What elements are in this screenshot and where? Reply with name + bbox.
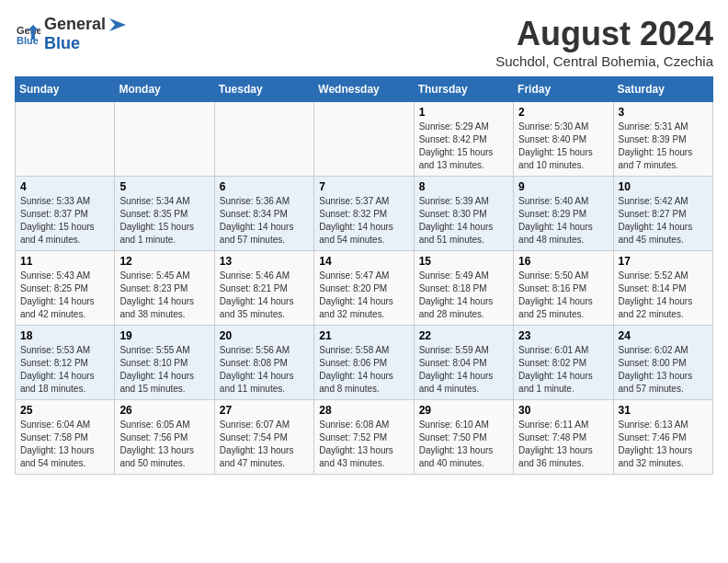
day-info: Sunrise: 6:11 AM Sunset: 7:48 PM Dayligh… bbox=[518, 419, 608, 470]
weekday-header-monday: Monday bbox=[115, 77, 214, 102]
calendar-cell: 15Sunrise: 5:49 AM Sunset: 8:18 PM Dayli… bbox=[414, 251, 513, 326]
calendar-cell: 29Sunrise: 6:10 AM Sunset: 7:50 PM Dayli… bbox=[414, 400, 513, 475]
logo-arrow-icon bbox=[108, 17, 128, 33]
day-info: Sunrise: 5:59 AM Sunset: 8:04 PM Dayligh… bbox=[419, 344, 508, 396]
calendar-cell: 3Sunrise: 5:31 AM Sunset: 8:39 PM Daylig… bbox=[613, 102, 712, 177]
day-number: 6 bbox=[220, 180, 309, 193]
weekday-header-friday: Friday bbox=[514, 77, 613, 102]
day-number: 20 bbox=[220, 329, 309, 342]
day-info: Sunrise: 5:53 AM Sunset: 8:12 PM Dayligh… bbox=[20, 344, 109, 396]
calendar-cell bbox=[115, 102, 214, 177]
day-info: Sunrise: 5:36 AM Sunset: 8:34 PM Dayligh… bbox=[220, 195, 309, 247]
day-number: 25 bbox=[20, 404, 109, 417]
day-number: 28 bbox=[319, 404, 408, 417]
week-row-1: 1Sunrise: 5:29 AM Sunset: 8:42 PM Daylig… bbox=[16, 102, 713, 177]
day-number: 23 bbox=[518, 329, 608, 342]
calendar-cell: 16Sunrise: 5:50 AM Sunset: 8:16 PM Dayli… bbox=[514, 251, 613, 326]
day-number: 4 bbox=[20, 180, 109, 193]
week-row-4: 18Sunrise: 5:53 AM Sunset: 8:12 PM Dayli… bbox=[16, 326, 713, 400]
calendar-cell: 11Sunrise: 5:43 AM Sunset: 8:25 PM Dayli… bbox=[16, 251, 115, 326]
calendar-cell: 10Sunrise: 5:42 AM Sunset: 8:27 PM Dayli… bbox=[613, 177, 712, 251]
day-number: 11 bbox=[20, 255, 109, 268]
day-number: 2 bbox=[518, 106, 608, 119]
weekday-header-tuesday: Tuesday bbox=[214, 77, 313, 102]
calendar-cell: 13Sunrise: 5:46 AM Sunset: 8:21 PM Dayli… bbox=[214, 251, 313, 326]
day-number: 18 bbox=[20, 329, 109, 342]
logo-icon: General Blue bbox=[15, 21, 40, 47]
calendar-cell bbox=[314, 102, 414, 177]
subtitle: Suchdol, Central Bohemia, Czechia bbox=[495, 53, 713, 69]
day-info: Sunrise: 5:31 AM Sunset: 8:39 PM Dayligh… bbox=[619, 121, 708, 172]
calendar-cell: 28Sunrise: 6:08 AM Sunset: 7:52 PM Dayli… bbox=[314, 400, 414, 475]
day-info: Sunrise: 5:39 AM Sunset: 8:30 PM Dayligh… bbox=[419, 195, 508, 247]
calendar-cell: 22Sunrise: 5:59 AM Sunset: 8:04 PM Dayli… bbox=[414, 326, 513, 400]
day-number: 21 bbox=[319, 329, 408, 342]
day-info: Sunrise: 5:34 AM Sunset: 8:35 PM Dayligh… bbox=[119, 195, 209, 247]
day-number: 29 bbox=[419, 404, 508, 417]
day-number: 12 bbox=[119, 255, 209, 268]
weekday-header-thursday: Thursday bbox=[414, 77, 513, 102]
calendar-cell: 25Sunrise: 6:04 AM Sunset: 7:58 PM Dayli… bbox=[16, 400, 115, 475]
day-info: Sunrise: 6:02 AM Sunset: 8:00 PM Dayligh… bbox=[619, 344, 708, 396]
calendar-cell: 19Sunrise: 5:55 AM Sunset: 8:10 PM Dayli… bbox=[115, 326, 214, 400]
calendar-cell: 12Sunrise: 5:45 AM Sunset: 8:23 PM Dayli… bbox=[115, 251, 214, 326]
day-info: Sunrise: 6:04 AM Sunset: 7:58 PM Dayligh… bbox=[20, 419, 109, 470]
day-info: Sunrise: 6:01 AM Sunset: 8:02 PM Dayligh… bbox=[518, 344, 608, 396]
weekday-header-wednesday: Wednesday bbox=[314, 77, 414, 102]
day-info: Sunrise: 5:43 AM Sunset: 8:25 PM Dayligh… bbox=[20, 270, 109, 321]
calendar-cell: 31Sunrise: 6:13 AM Sunset: 7:46 PM Dayli… bbox=[613, 400, 712, 475]
svg-text:Blue: Blue bbox=[17, 35, 39, 46]
day-info: Sunrise: 5:45 AM Sunset: 8:23 PM Dayligh… bbox=[119, 270, 209, 321]
day-number: 7 bbox=[319, 180, 408, 193]
day-info: Sunrise: 5:29 AM Sunset: 8:42 PM Dayligh… bbox=[419, 121, 508, 172]
calendar-cell: 14Sunrise: 5:47 AM Sunset: 8:20 PM Dayli… bbox=[314, 251, 414, 326]
svg-marker-2 bbox=[109, 18, 126, 31]
day-info: Sunrise: 5:47 AM Sunset: 8:20 PM Dayligh… bbox=[319, 270, 408, 321]
calendar-cell: 7Sunrise: 5:37 AM Sunset: 8:32 PM Daylig… bbox=[314, 177, 414, 251]
day-info: Sunrise: 5:56 AM Sunset: 8:08 PM Dayligh… bbox=[220, 344, 309, 396]
calendar-cell: 20Sunrise: 5:56 AM Sunset: 8:08 PM Dayli… bbox=[214, 326, 313, 400]
day-info: Sunrise: 5:30 AM Sunset: 8:40 PM Dayligh… bbox=[518, 121, 608, 172]
day-info: Sunrise: 6:07 AM Sunset: 7:54 PM Dayligh… bbox=[220, 419, 309, 470]
header: General Blue General Blue August 2024 Su… bbox=[15, 15, 713, 69]
calendar-cell: 24Sunrise: 6:02 AM Sunset: 8:00 PM Dayli… bbox=[613, 326, 712, 400]
day-number: 31 bbox=[619, 404, 708, 417]
calendar-cell: 23Sunrise: 6:01 AM Sunset: 8:02 PM Dayli… bbox=[514, 326, 613, 400]
calendar-cell: 4Sunrise: 5:33 AM Sunset: 8:37 PM Daylig… bbox=[16, 177, 115, 251]
calendar-table: SundayMondayTuesdayWednesdayThursdayFrid… bbox=[15, 76, 713, 475]
logo: General Blue General Blue bbox=[15, 15, 128, 53]
day-info: Sunrise: 5:50 AM Sunset: 8:16 PM Dayligh… bbox=[518, 270, 608, 321]
day-number: 17 bbox=[619, 255, 708, 268]
day-info: Sunrise: 6:05 AM Sunset: 7:56 PM Dayligh… bbox=[119, 419, 209, 470]
day-info: Sunrise: 6:10 AM Sunset: 7:50 PM Dayligh… bbox=[419, 419, 508, 470]
day-number: 24 bbox=[619, 329, 708, 342]
day-info: Sunrise: 6:13 AM Sunset: 7:46 PM Dayligh… bbox=[619, 419, 708, 470]
calendar-cell bbox=[214, 102, 313, 177]
weekday-header-row: SundayMondayTuesdayWednesdayThursdayFrid… bbox=[16, 77, 713, 102]
weekday-header-sunday: Sunday bbox=[16, 77, 115, 102]
day-info: Sunrise: 5:46 AM Sunset: 8:21 PM Dayligh… bbox=[220, 270, 309, 321]
calendar-cell: 2Sunrise: 5:30 AM Sunset: 8:40 PM Daylig… bbox=[514, 102, 613, 177]
day-number: 5 bbox=[119, 180, 209, 193]
day-info: Sunrise: 5:49 AM Sunset: 8:18 PM Dayligh… bbox=[419, 270, 508, 321]
calendar-cell: 18Sunrise: 5:53 AM Sunset: 8:12 PM Dayli… bbox=[16, 326, 115, 400]
logo-blue-text: Blue bbox=[44, 34, 128, 53]
day-info: Sunrise: 5:40 AM Sunset: 8:29 PM Dayligh… bbox=[518, 195, 608, 247]
week-row-2: 4Sunrise: 5:33 AM Sunset: 8:37 PM Daylig… bbox=[16, 177, 713, 251]
day-number: 13 bbox=[220, 255, 309, 268]
day-info: Sunrise: 5:37 AM Sunset: 8:32 PM Dayligh… bbox=[319, 195, 408, 247]
day-number: 26 bbox=[119, 404, 209, 417]
title-area: August 2024 Suchdol, Central Bohemia, Cz… bbox=[495, 15, 713, 69]
day-number: 3 bbox=[619, 106, 708, 119]
calendar-cell: 6Sunrise: 5:36 AM Sunset: 8:34 PM Daylig… bbox=[214, 177, 313, 251]
calendar-cell: 17Sunrise: 5:52 AM Sunset: 8:14 PM Dayli… bbox=[613, 251, 712, 326]
day-number: 10 bbox=[619, 180, 708, 193]
calendar-cell: 5Sunrise: 5:34 AM Sunset: 8:35 PM Daylig… bbox=[115, 177, 214, 251]
day-info: Sunrise: 5:55 AM Sunset: 8:10 PM Dayligh… bbox=[119, 344, 209, 396]
day-info: Sunrise: 5:42 AM Sunset: 8:27 PM Dayligh… bbox=[619, 195, 708, 247]
calendar-cell bbox=[16, 102, 115, 177]
day-number: 8 bbox=[419, 180, 508, 193]
day-number: 19 bbox=[119, 329, 209, 342]
calendar-cell: 27Sunrise: 6:07 AM Sunset: 7:54 PM Dayli… bbox=[214, 400, 313, 475]
calendar-cell: 9Sunrise: 5:40 AM Sunset: 8:29 PM Daylig… bbox=[514, 177, 613, 251]
